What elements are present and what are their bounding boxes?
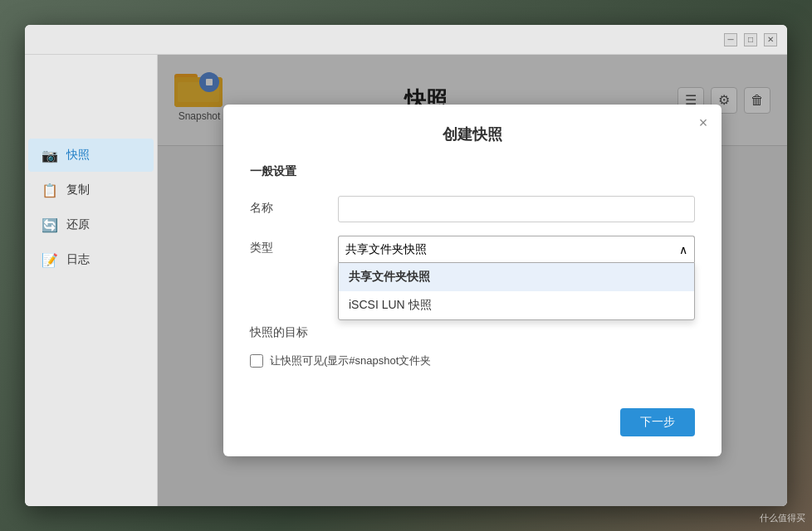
next-button[interactable]: 下一步 [620, 408, 695, 436]
dialog-close-button[interactable]: × [695, 114, 712, 131]
sidebar-item-snapshot[interactable]: 📷 快照 [28, 139, 154, 172]
type-select-value: 共享文件夹快照 [345, 242, 427, 257]
field-target-label: 快照的目标 [250, 320, 325, 340]
form-row-type: 类型 共享文件夹快照 ∧ 共享文件夹快照 iSCSI LUN 快照 [250, 236, 695, 262]
sidebar-item-log[interactable]: 📝 日志 [28, 243, 154, 276]
close-button[interactable]: ✕ [764, 33, 777, 46]
field-name-label: 名称 [250, 196, 325, 216]
dialog-footer: 下一步 [250, 395, 695, 436]
dropdown-item-shared-folder[interactable]: 共享文件夹快照 [339, 263, 694, 291]
type-dropdown-list: 共享文件夹快照 iSCSI LUN 快照 [338, 262, 695, 320]
field-name-control [338, 196, 695, 222]
title-bar: ─ □ ✕ [25, 25, 787, 55]
log-icon: 📝 [42, 251, 58, 268]
dropdown-item-iscsi-lun[interactable]: iSCSI LUN 快照 [339, 291, 694, 319]
dialog-title: 创建快照 [250, 124, 695, 144]
sidebar-label-restore: 还原 [66, 217, 90, 232]
sidebar-item-copy[interactable]: 📋 复制 [28, 173, 154, 207]
snapshot-icon: 📷 [42, 147, 58, 163]
maximize-button[interactable]: □ [744, 33, 757, 46]
minimize-button[interactable]: ─ [724, 33, 737, 46]
checkbox-row-visible: 让快照可见(显示#snapshot文件夹 [250, 353, 695, 368]
sidebar: 📷 快照 📋 复制 🔄 还原 📝 日志 [25, 55, 158, 506]
sidebar-label-copy: 复制 [66, 183, 90, 197]
form-row-name: 名称 [250, 196, 695, 222]
section-general-title: 一般设置 [250, 164, 695, 183]
checkbox-label-visible: 让快照可见(显示#snapshot文件夹 [270, 353, 431, 368]
form-row-target: 快照的目标 [250, 320, 695, 340]
type-select[interactable]: 共享文件夹快照 ∧ [338, 236, 695, 262]
field-type-control: 共享文件夹快照 ∧ 共享文件夹快照 iSCSI LUN 快照 [338, 236, 695, 262]
sidebar-label-snapshot: 快照 [66, 148, 90, 163]
watermark: 什么值得买 [760, 512, 805, 524]
title-bar-controls: ─ □ ✕ [724, 33, 777, 46]
restore-icon: 🔄 [42, 217, 58, 233]
visible-checkbox[interactable] [250, 354, 263, 368]
field-type-label: 类型 [250, 236, 325, 256]
app-window: ─ □ ✕ 📷 快照 📋 复制 🔄 还原 📝 日志 [25, 25, 787, 506]
main-area: Snapshot 快照 ☰ ⚙ 🗑 创 [158, 55, 787, 506]
app-content: 📷 快照 📋 复制 🔄 还原 📝 日志 [25, 55, 787, 506]
sidebar-label-log: 日志 [66, 252, 90, 267]
name-input[interactable] [338, 196, 695, 222]
create-snapshot-dialog: 创建快照 × 一般设置 名称 类型 [223, 105, 722, 456]
sidebar-item-restore[interactable]: 🔄 还原 [28, 208, 154, 241]
chevron-up-icon: ∧ [679, 243, 687, 256]
modal-overlay: 创建快照 × 一般设置 名称 类型 [158, 55, 787, 506]
copy-icon: 📋 [42, 182, 58, 198]
